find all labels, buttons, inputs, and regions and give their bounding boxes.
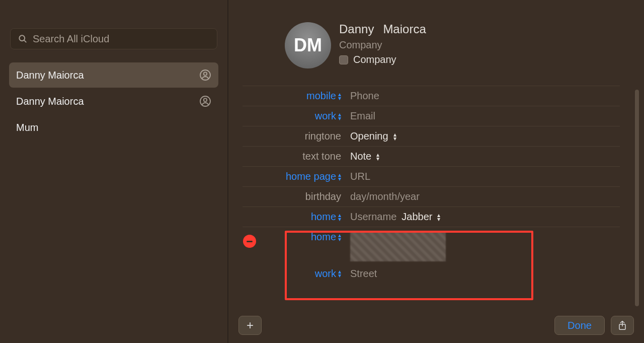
field-label-home-address[interactable]: home: [311, 231, 336, 243]
chevron-updown-icon[interactable]: ▴▾: [338, 173, 341, 181]
field-row-work-address: work ▴▾ Street: [243, 263, 620, 284]
field-row-home-address: home ▴▾: [243, 227, 620, 263]
svg-point-3: [204, 72, 207, 75]
street-input[interactable]: Street: [350, 268, 377, 280]
chevron-updown-icon[interactable]: ▴▾: [338, 269, 341, 278]
chevron-updown-icon[interactable]: ▴▾: [338, 112, 341, 120]
scrollbar[interactable]: [635, 90, 639, 306]
contact-detail: DM Danny Maiorca Company Company mobile …: [228, 0, 644, 343]
share-icon: [618, 320, 627, 330]
chevron-updown-icon[interactable]: ▴▾: [338, 92, 341, 100]
field-row-birthday: birthday day/month/year: [243, 186, 620, 207]
field-label-texttone: text tone: [302, 151, 341, 162]
name-block: Danny Maiorca Company Company: [339, 22, 426, 65]
contact-name: Danny Maiorca: [16, 70, 84, 81]
field-row-ringtone: ringtone Opening ▴▾: [243, 126, 620, 146]
field-label-username-home[interactable]: home: [311, 211, 336, 223]
contact-list: Danny Maiorca Danny Maiorca Mum: [7, 62, 220, 140]
texttone-select[interactable]: Note: [350, 151, 371, 162]
done-button[interactable]: Done: [554, 316, 605, 335]
contact-row[interactable]: Danny Maiorca: [9, 62, 218, 88]
fields: mobile ▴▾ Phone work ▴▾ Email ringtone: [243, 86, 620, 284]
field-label-work-address[interactable]: work: [315, 268, 336, 280]
phone-input[interactable]: Phone: [350, 90, 379, 102]
field-row-mobile: mobile ▴▾ Phone: [243, 86, 620, 106]
last-name-field[interactable]: Maiorca: [383, 22, 426, 36]
name-line: Danny Maiorca: [339, 22, 426, 36]
contact-name: Danny Maiorca: [16, 96, 84, 107]
first-name-field[interactable]: Danny: [339, 22, 374, 36]
service-select[interactable]: Jabber: [401, 211, 432, 223]
field-row-work-email: work ▴▾ Email: [243, 106, 620, 126]
email-input[interactable]: Email: [350, 110, 375, 122]
field-label-homepage[interactable]: home page: [286, 171, 336, 182]
company-field[interactable]: Company: [339, 39, 426, 51]
url-input[interactable]: URL: [350, 171, 370, 182]
field-label-mobile[interactable]: mobile: [306, 90, 336, 102]
contact-name: Mum: [16, 122, 38, 133]
chevron-updown-icon[interactable]: ▴▾: [338, 213, 341, 221]
search-field[interactable]: [10, 28, 217, 49]
chevron-updown-icon[interactable]: ▴▾: [437, 213, 440, 221]
contact-header: DM Danny Maiorca Company Company: [285, 22, 622, 68]
field-row-texttone: text tone Note ▴▾: [243, 146, 620, 166]
chevron-updown-icon[interactable]: ▴▾: [338, 233, 341, 241]
svg-line-1: [24, 40, 26, 42]
sidebar: Danny Maiorca Danny Maiorca Mum: [0, 0, 228, 343]
search-icon: [18, 34, 28, 44]
contact-row[interactable]: Mum: [9, 115, 218, 140]
person-circle-icon: [199, 69, 211, 81]
birthday-input[interactable]: day/month/year: [350, 191, 420, 202]
company-checkbox[interactable]: [339, 55, 348, 64]
field-row-username: home ▴▾ Username Jabber ▴▾: [243, 207, 620, 227]
svg-point-5: [204, 98, 207, 101]
chevron-updown-icon[interactable]: ▴▾: [393, 132, 396, 141]
chevron-updown-icon[interactable]: ▴▾: [376, 153, 379, 161]
bottom-right-group: Done: [554, 316, 634, 335]
field-label-ringtone: ringtone: [305, 130, 341, 142]
share-button[interactable]: [611, 316, 634, 335]
field-label-work-email[interactable]: work: [315, 110, 336, 122]
add-button[interactable]: +: [238, 316, 262, 335]
ringtone-select[interactable]: Opening: [350, 130, 388, 142]
person-circle-icon: [199, 95, 211, 107]
search-input[interactable]: [33, 33, 210, 45]
contact-row[interactable]: Danny Maiorca: [9, 89, 218, 114]
company-checkbox-label: Company: [353, 54, 396, 65]
app-root: Danny Maiorca Danny Maiorca Mum DM Danny…: [0, 0, 644, 343]
bottom-toolbar: + Done: [228, 308, 644, 343]
username-input[interactable]: Username: [350, 211, 396, 223]
avatar[interactable]: DM: [285, 22, 331, 68]
company-checkbox-row: Company: [339, 54, 426, 65]
field-row-homepage: home page ▴▾ URL: [243, 166, 620, 186]
remove-field-button[interactable]: [243, 235, 256, 248]
redacted-address: [350, 232, 446, 261]
field-label-birthday: birthday: [305, 191, 341, 202]
